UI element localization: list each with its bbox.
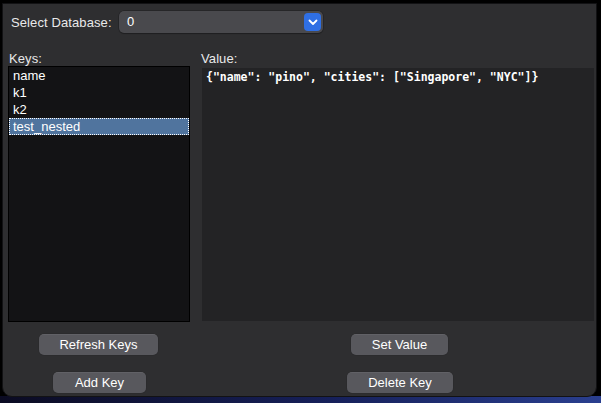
key-list-item[interactable]: name — [9, 67, 189, 84]
database-select-value: 0 — [127, 14, 134, 29]
set-value-button[interactable]: Set Value — [351, 334, 448, 355]
add-key-button[interactable]: Add Key — [53, 372, 146, 393]
keys-list[interactable]: name k1 k2 test_nested — [8, 66, 190, 322]
key-list-item[interactable]: k1 — [9, 84, 189, 101]
value-label: Value: — [201, 51, 238, 66]
refresh-keys-button[interactable]: Refresh Keys — [39, 334, 158, 355]
delete-key-button[interactable]: Delete Key — [347, 372, 453, 393]
keys-label: Keys: — [9, 51, 42, 66]
database-select[interactable]: 0 — [119, 11, 323, 33]
key-list-item[interactable]: k2 — [9, 101, 189, 118]
key-list-item-selected[interactable]: test_nested — [9, 118, 189, 135]
desktop-wallpaper-edge — [0, 396, 601, 403]
chevron-down-icon — [304, 13, 321, 31]
app-window: Select Database: 0 Keys: Value: name k1 … — [2, 3, 597, 397]
value-textarea[interactable]: {"name": "pino", "cities": ["Singapore",… — [202, 68, 594, 321]
desktop: { "colors": { "accent_blue": "#2f6fe4", … — [0, 0, 601, 403]
select-database-label: Select Database: — [11, 15, 112, 30]
